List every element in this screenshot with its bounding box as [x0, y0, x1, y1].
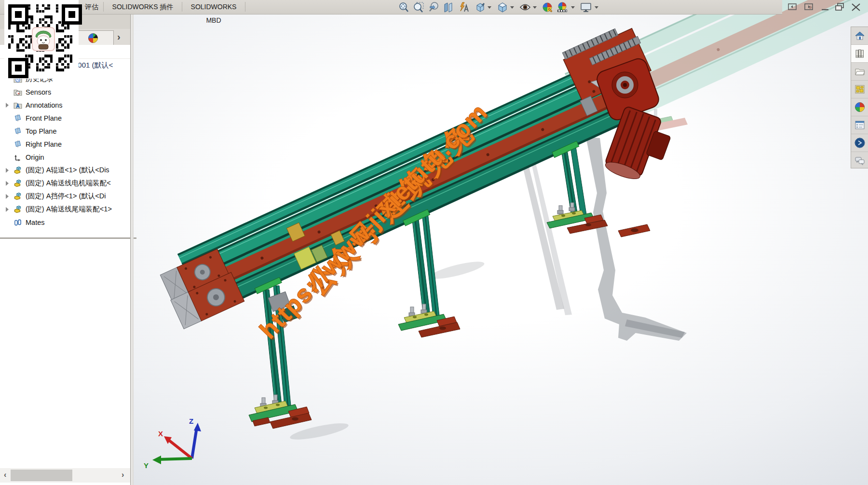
home-icon[interactable] — [851, 27, 868, 45]
feature-manager-panel: › 5-001 (默认< 历史记录 Sensors — [0, 14, 130, 485]
tree-item-label: Sensors — [26, 88, 51, 96]
panel-resize-divider[interactable] — [130, 14, 134, 485]
origin-icon — [14, 153, 22, 162]
tree-item-assembly-3[interactable]: (固定) A挡停<1> (默认<Di — [0, 190, 130, 203]
view-orientation-caret[interactable] — [488, 6, 491, 9]
tree-item-label: (固定) A输送线电机端装配< — [26, 179, 111, 188]
qr-code — [4, 0, 79, 79]
dock-left-icon[interactable] — [787, 2, 798, 12]
design-library-icon[interactable] — [851, 45, 868, 63]
scrollbar-thumb[interactable] — [11, 470, 72, 481]
tree-item-assembly-4[interactable]: (固定) A输送线尾端装配<1> — [0, 203, 130, 216]
tree-item-front-plane[interactable]: Front Plane — [0, 111, 130, 125]
task-pane-strip — [851, 27, 868, 168]
expand-arrow-icon[interactable] — [6, 207, 9, 212]
plane-icon — [14, 140, 22, 149]
expand-arrow-icon[interactable] — [6, 103, 9, 108]
qr-finder-icon — [8, 58, 28, 78]
tree-item-top-plane[interactable]: Top Plane — [0, 125, 130, 138]
expand-arrow-icon[interactable] — [6, 168, 9, 173]
plane-icon — [14, 114, 22, 123]
view-settings-caret[interactable] — [595, 6, 598, 9]
tree-item-label: (固定) A挡停<1> (默认<Di — [26, 192, 106, 201]
appearances-icon[interactable] — [851, 98, 868, 116]
solidworks-window: 公众号 建筑兔兔 公众号 建筑兔兔 https://www.jixietutu.… — [0, 0, 868, 485]
forum-icon[interactable] — [851, 134, 868, 152]
dock-right-icon[interactable] — [803, 2, 814, 12]
triad-z-label: Z — [189, 417, 193, 425]
file-explorer-icon[interactable] — [851, 63, 868, 81]
zoom-fit-icon[interactable] — [398, 1, 409, 13]
annotations-folder-icon — [14, 101, 22, 110]
apply-scene-icon[interactable] — [556, 1, 568, 13]
plane-icon — [14, 127, 22, 136]
display-manager-sphere-icon — [88, 33, 98, 43]
scroll-left-arrow[interactable]: ‹ — [4, 471, 6, 479]
minimize-icon[interactable] — [820, 2, 830, 12]
tree-item-assembly-1[interactable]: (固定) A辊道<1> (默认<Dis — [0, 164, 130, 177]
custom-properties-icon[interactable] — [851, 116, 868, 134]
tree-item-right-plane[interactable]: Right Plane — [0, 138, 130, 151]
comments-icon[interactable] — [851, 152, 868, 169]
qr-avatar — [32, 27, 55, 51]
tree-item-sensors[interactable]: Sensors — [0, 85, 130, 98]
tree-item-label: Origin — [26, 153, 44, 161]
annotation-views-icon[interactable] — [458, 1, 470, 13]
panel-splitter[interactable] — [0, 237, 136, 239]
tree-item-label: Mates — [26, 219, 45, 226]
conveyor-belt — [175, 0, 868, 318]
tab-evaluate[interactable]: 评估 — [80, 0, 103, 14]
scroll-right-arrow[interactable]: › — [122, 471, 124, 479]
display-style-caret[interactable] — [510, 6, 514, 9]
close-icon[interactable] — [850, 2, 860, 12]
restore-icon[interactable] — [834, 2, 845, 12]
tree-item-label: Top Plane — [26, 127, 57, 135]
tree-item-label: Front Plane — [26, 114, 62, 122]
assembly-icon — [14, 192, 22, 201]
display-style-icon[interactable] — [497, 1, 508, 13]
assembly-icon — [14, 179, 22, 188]
view-settings-icon[interactable] — [580, 1, 592, 13]
view-palette-icon[interactable] — [851, 81, 868, 98]
tab-solidworks-addins[interactable]: SOLIDWORKS 插件 — [104, 0, 181, 14]
hide-show-items-icon[interactable] — [519, 1, 531, 13]
tree-item-assembly-2[interactable]: (固定) A输送线电机端装配< — [0, 177, 130, 190]
orientation-triad: Z X Y — [144, 417, 201, 470]
qr-finder-icon — [62, 4, 82, 25]
triad-x-label: X — [158, 430, 163, 438]
qr-finder-icon — [8, 4, 28, 25]
assembly-icon — [14, 205, 22, 214]
flyout-expand-arrow[interactable]: › — [117, 31, 121, 42]
mates-icon — [14, 218, 22, 227]
section-view-icon[interactable] — [443, 1, 454, 13]
zoom-area-icon[interactable] — [413, 1, 424, 13]
hide-show-items-caret[interactable] — [533, 6, 537, 9]
tree-item-annotations[interactable]: Annotations — [0, 98, 130, 111]
sensors-folder-icon — [14, 88, 22, 97]
view-orientation-icon[interactable] — [475, 1, 486, 13]
tree-item-label: Annotations — [26, 101, 63, 109]
tree-item-label: Right Plane — [26, 140, 62, 148]
assembly-icon — [14, 166, 22, 175]
top-bar: 评估 SOLIDWORKS 插件 SOLIDWORKS MBD — [0, 0, 782, 14]
tree-item-label: (固定) A辊道<1> (默认<Dis — [26, 166, 109, 175]
apply-scene-caret[interactable] — [571, 6, 575, 9]
expand-arrow-icon[interactable] — [6, 181, 9, 186]
horizontal-scrollbar[interactable]: ‹ › — [0, 468, 130, 483]
tree-item-origin[interactable]: Origin — [0, 151, 130, 164]
edit-appearance-icon[interactable] — [542, 1, 554, 13]
tree-item-mates[interactable]: Mates — [0, 216, 130, 229]
tree-item-label: (固定) A输送线尾端装配<1> — [26, 205, 112, 214]
previous-view-icon[interactable] — [428, 1, 439, 13]
triad-y-label: Y — [144, 461, 149, 470]
tab-solidworks-mbd[interactable]: SOLIDWORKS MBD — [183, 0, 244, 14]
expand-arrow-icon[interactable] — [6, 194, 9, 199]
